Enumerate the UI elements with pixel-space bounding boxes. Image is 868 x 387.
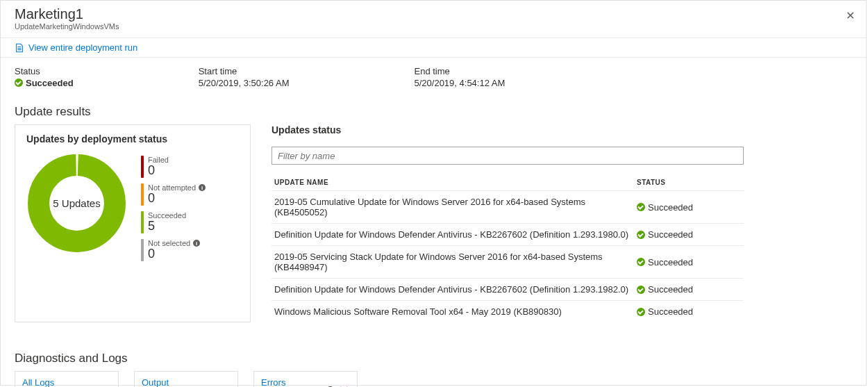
errors-label: Errors xyxy=(261,377,350,387)
cell-status: Succeeded xyxy=(637,284,741,295)
view-deployment-link[interactable]: View entire deployment run xyxy=(15,42,852,53)
legend-value: 0 xyxy=(148,192,206,204)
table-header: UPDATE NAME STATUS xyxy=(272,174,744,190)
legend-color-bar xyxy=(141,211,144,233)
end-time-block: End time 5/20/2019, 4:54:12 AM xyxy=(414,66,505,88)
table-row[interactable]: 2019-05 Cumulative Update for Windows Se… xyxy=(272,190,744,223)
chart-body: 5 Updates Failed0Not attemptedi0Succeede… xyxy=(26,153,239,261)
updates-status-panel: Updates status UPDATE NAME STATUS 2019-0… xyxy=(272,124,744,322)
blade-header: Marketing1 UpdateMarketingWindowsVMs ✕ xyxy=(1,1,866,38)
legend-color-bar xyxy=(141,156,144,178)
status-label: Status xyxy=(15,66,74,76)
col-status[interactable]: STATUS xyxy=(637,179,741,186)
output-card[interactable]: Output xyxy=(134,371,238,387)
filter-input[interactable] xyxy=(272,147,744,165)
legend-value: 5 xyxy=(148,220,186,232)
success-icon xyxy=(637,203,645,211)
legend-color-bar xyxy=(141,239,144,261)
donut-center-label: 5 Updates xyxy=(26,153,127,254)
page-subtitle: UpdateMarketingWindowsVMs xyxy=(15,22,852,31)
deploy-link-bar: View entire deployment run xyxy=(1,38,866,58)
error-x-icon: ✕ xyxy=(338,383,350,387)
deployment-status-card: Updates by deployment status 5 Updates F… xyxy=(15,124,251,322)
legend-label: Not attemptedi xyxy=(148,183,206,192)
status-summary-row: Status Succeeded Start time 5/20/2019, 3… xyxy=(1,58,866,88)
diagnostics-row: All Logs Output Errors 0 ✕ xyxy=(1,371,866,387)
col-update-name[interactable]: UPDATE NAME xyxy=(274,179,637,186)
document-icon xyxy=(15,43,24,53)
start-time-block: Start time 5/20/2019, 3:50:26 AM xyxy=(199,66,290,88)
end-time-label: End time xyxy=(414,66,505,76)
all-logs-label: All Logs xyxy=(22,377,111,387)
start-time-label: Start time xyxy=(199,66,290,76)
chart-legend: Failed0Not attemptedi0Succeeded5Not sele… xyxy=(141,153,206,261)
cell-update-name: Definition Update for Windows Defender A… xyxy=(274,284,637,295)
errors-count: 0 xyxy=(326,383,335,387)
results-row: Updates by deployment status 5 Updates F… xyxy=(1,124,866,322)
end-time-value: 5/20/2019, 4:54:12 AM xyxy=(414,78,505,88)
diagnostics-heading: Diagnostics and Logs xyxy=(15,352,866,365)
legend-label: Not selectedi xyxy=(148,239,200,247)
view-deployment-label: View entire deployment run xyxy=(28,42,137,53)
legend-item: Not selectedi0 xyxy=(141,239,206,261)
updates-table: UPDATE NAME STATUS 2019-05 Cumulative Up… xyxy=(272,174,744,322)
cell-status: Succeeded xyxy=(637,257,741,267)
success-icon xyxy=(15,79,23,87)
legend-value: 0 xyxy=(148,247,200,260)
success-icon xyxy=(637,231,645,239)
chart-title: Updates by deployment status xyxy=(26,133,239,145)
cell-update-name: Definition Update for Windows Defender A… xyxy=(274,229,637,240)
cell-update-name: 2019-05 Servicing Stack Update for Windo… xyxy=(274,252,637,272)
start-time-value: 5/20/2019, 3:50:26 AM xyxy=(199,78,290,88)
legend-item: Not attemptedi0 xyxy=(141,183,206,206)
errors-card[interactable]: Errors 0 ✕ xyxy=(253,371,358,387)
close-button[interactable]: ✕ xyxy=(843,6,858,25)
detail-blade: Marketing1 UpdateMarketingWindowsVMs ✕ V… xyxy=(0,0,867,386)
info-icon[interactable]: i xyxy=(199,184,206,191)
donut-chart: 5 Updates xyxy=(26,153,127,254)
cell-status: Succeeded xyxy=(637,202,741,213)
table-row[interactable]: Windows Malicious Software Removal Tool … xyxy=(272,300,744,322)
status-value: Succeeded xyxy=(15,78,74,88)
legend-item: Succeeded5 xyxy=(141,211,206,233)
table-row[interactable]: Definition Update for Windows Defender A… xyxy=(272,278,744,300)
success-icon xyxy=(637,308,645,316)
updates-status-heading: Updates status xyxy=(272,124,744,135)
cell-status: Succeeded xyxy=(637,306,741,317)
table-row[interactable]: Definition Update for Windows Defender A… xyxy=(272,223,744,245)
output-label: Output xyxy=(142,377,231,387)
legend-item: Failed0 xyxy=(141,156,206,178)
cell-update-name: 2019-05 Cumulative Update for Windows Se… xyxy=(274,197,637,217)
table-row[interactable]: 2019-05 Servicing Stack Update for Windo… xyxy=(272,245,744,278)
success-icon xyxy=(637,286,645,294)
legend-color-bar xyxy=(141,183,144,206)
success-icon xyxy=(637,258,645,266)
info-icon[interactable]: i xyxy=(193,240,200,247)
update-results-heading: Update results xyxy=(15,105,866,119)
page-title: Marketing1 xyxy=(15,6,852,22)
all-logs-card[interactable]: All Logs xyxy=(15,371,119,387)
cell-status: Succeeded xyxy=(637,229,741,240)
cell-update-name: Windows Malicious Software Removal Tool … xyxy=(274,306,637,317)
close-icon: ✕ xyxy=(846,10,855,22)
legend-value: 0 xyxy=(148,164,169,176)
status-block: Status Succeeded xyxy=(15,66,74,88)
